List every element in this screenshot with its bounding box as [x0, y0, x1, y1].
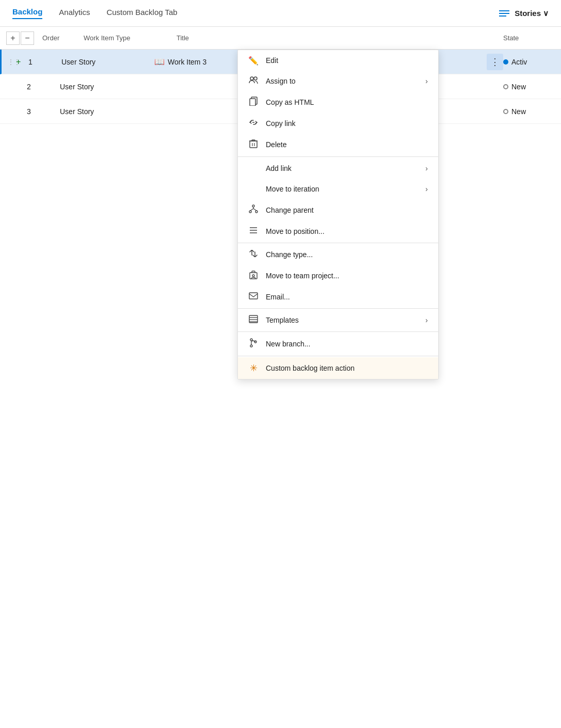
nav-analytics[interactable]: Analytics: [59, 8, 90, 19]
menu-label-email: Email...: [266, 293, 428, 301]
menu-item-move-iteration[interactable]: Move to iteration ›: [238, 179, 438, 199]
menu-label-custom-action: Custom backlog item action: [266, 364, 428, 372]
work-item-book-icon: 📖: [154, 57, 165, 67]
svg-point-0: [250, 77, 253, 80]
row-type: User Story: [61, 58, 154, 66]
menu-label-move-iteration: Move to iteration: [266, 185, 418, 193]
copy-html-icon: [248, 97, 259, 108]
menu-divider: [238, 356, 438, 356]
chevron-down-icon: ∨: [543, 9, 549, 18]
custom-action-icon: ✳: [248, 362, 259, 374]
svg-point-24: [250, 345, 252, 347]
menu-item-add-link[interactable]: Add link ›: [238, 158, 438, 179]
row-state: New: [503, 107, 555, 116]
row-state: New: [503, 83, 555, 91]
menu-item-copy-html[interactable]: Copy as HTML: [238, 91, 438, 113]
menu-item-move-team-project[interactable]: Move to team project...: [238, 265, 438, 287]
nav-backlog[interactable]: Backlog: [12, 7, 42, 19]
menu-label-move-position: Move to position...: [266, 227, 428, 235]
svg-rect-4: [250, 141, 257, 148]
menu-divider: [238, 156, 438, 157]
stories-dropdown[interactable]: Stories ∨: [515, 9, 549, 18]
menu-item-delete[interactable]: Delete: [238, 134, 438, 155]
menu-divider: [238, 331, 438, 332]
arrow-icon: ›: [425, 77, 428, 85]
state-label: New: [511, 83, 526, 91]
change-parent-icon: [248, 204, 259, 216]
row-add-icon[interactable]: +: [16, 57, 26, 67]
column-state: State: [503, 34, 555, 42]
remove-button[interactable]: −: [21, 31, 34, 45]
menu-label-delete: Delete: [266, 140, 428, 149]
arrow-icon: ›: [425, 164, 428, 172]
context-menu: ✏️ Edit Assign to ›: [237, 50, 439, 379]
row-type: User Story: [60, 107, 153, 116]
column-type: Work Item Type: [84, 34, 177, 42]
menu-label-add-link: Add link: [266, 164, 418, 172]
nav-right-controls: Stories ∨: [499, 9, 549, 18]
menu-label-move-team-project: Move to team project...: [266, 272, 428, 280]
svg-point-17: [252, 275, 254, 277]
drag-handle[interactable]: ⋮⋮: [8, 58, 16, 66]
state-label: New: [511, 107, 526, 116]
row-order: 1: [28, 58, 61, 66]
menu-item-move-position[interactable]: Move to position...: [238, 221, 438, 242]
menu-item-change-parent[interactable]: Change parent: [238, 199, 438, 221]
menu-label-templates: Templates: [266, 316, 418, 324]
menu-item-templates[interactable]: Templates ›: [238, 310, 438, 330]
stories-label: Stories: [515, 9, 541, 18]
menu-item-custom-action[interactable]: ✳ Custom backlog item action: [238, 357, 438, 379]
svg-point-9: [249, 211, 251, 213]
svg-rect-16: [250, 273, 257, 279]
menu-item-copy-link[interactable]: Copy link: [238, 113, 438, 134]
menu-label-new-branch: New branch...: [266, 340, 428, 348]
row-order: 3: [27, 107, 60, 116]
menu-divider: [238, 243, 438, 243]
menu-label-copy-html: Copy as HTML: [266, 98, 428, 106]
menu-item-edit[interactable]: ✏️ Edit: [238, 50, 438, 71]
state-dot-new: [503, 109, 508, 114]
menu-divider: [238, 308, 438, 309]
add-button[interactable]: +: [6, 31, 20, 45]
table-header: + − Order Work Item Type Title State: [0, 27, 561, 50]
svg-rect-18: [249, 293, 258, 299]
row-type: User Story: [60, 83, 153, 91]
state-label: Activ: [511, 58, 527, 66]
svg-point-23: [250, 339, 252, 341]
menu-item-assign-to[interactable]: Assign to ›: [238, 71, 438, 91]
move-position-icon: [248, 226, 259, 236]
nav-custom-tab[interactable]: Custom Backlog Tab: [106, 8, 177, 19]
assign-icon: [248, 76, 259, 86]
svg-point-8: [252, 205, 254, 207]
menu-item-change-type[interactable]: Change type...: [238, 244, 438, 265]
menu-label-change-type: Change type...: [266, 250, 428, 259]
state-dot-active: [503, 59, 508, 65]
svg-point-10: [255, 211, 258, 213]
arrow-icon: ›: [425, 185, 428, 193]
email-icon: [248, 292, 259, 302]
menu-label-copy-link: Copy link: [266, 119, 428, 128]
row-order: 2: [27, 83, 60, 91]
menu-item-email[interactable]: Email...: [238, 287, 438, 307]
menu-label-change-parent: Change parent: [266, 206, 428, 214]
change-type-icon: [248, 250, 259, 259]
svg-point-1: [254, 77, 257, 80]
column-order: Order: [42, 34, 84, 42]
templates-icon: [248, 315, 259, 325]
menu-label-assign-to: Assign to: [266, 77, 418, 85]
menu-label-edit: Edit: [266, 56, 428, 65]
column-title: Title: [177, 34, 503, 42]
filter-icon[interactable]: [499, 10, 509, 17]
edit-icon: ✏️: [248, 56, 259, 66]
delete-icon: [248, 139, 259, 150]
new-branch-icon: [248, 338, 259, 350]
top-navigation: Backlog Analytics Custom Backlog Tab Sto…: [0, 0, 561, 27]
row-state: Activ: [503, 58, 555, 66]
svg-rect-3: [250, 99, 255, 106]
arrow-icon: ›: [425, 316, 428, 324]
more-actions-button[interactable]: ⋮: [487, 54, 503, 70]
state-dot-new: [503, 84, 508, 89]
add-remove-buttons: + −: [6, 31, 34, 45]
table-body: ⋮⋮ + 1 User Story 📖 Work Item 3 ⋮ Activ …: [0, 50, 561, 124]
menu-item-new-branch[interactable]: New branch...: [238, 333, 438, 355]
